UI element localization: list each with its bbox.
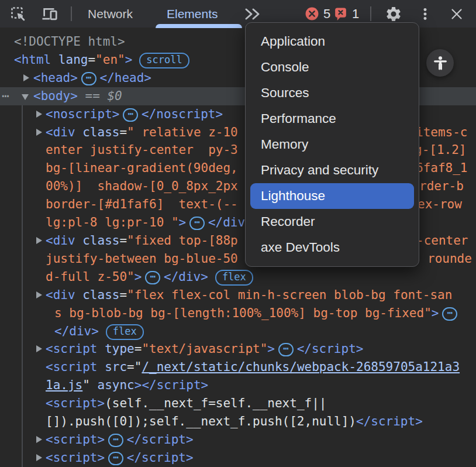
accessibility-widget-button[interactable] — [426, 49, 454, 77]
menu-item-console[interactable]: Console — [250, 54, 414, 80]
code-text: > — [125, 53, 133, 67]
close-devtools-button[interactable] — [446, 3, 468, 25]
code-text: src — [98, 360, 127, 374]
code-text: (self.__next_f=self.__next_f|| — [105, 396, 326, 410]
code-text: > — [98, 396, 105, 410]
dom-node-line[interactable]: d-full z-50">⋯</div>flex — [0, 268, 476, 286]
code-text-run: <html lang="en">scroll — [14, 51, 189, 69]
script-src-link[interactable]: /_next/static/chunks/webpack-26859705a12… — [142, 360, 460, 374]
code-text: justify-between bg-blue-50 — [46, 252, 238, 266]
code-text: == — [78, 89, 108, 103]
tab-elements[interactable]: Elements — [167, 0, 218, 28]
expand-arrow-icon[interactable] — [36, 129, 42, 136]
device-toolbar-icon — [41, 5, 58, 23]
tab-elements-label: Elements — [167, 7, 218, 20]
code-text: = — [88, 53, 95, 67]
more-options-button[interactable] — [414, 3, 436, 25]
dom-node-line[interactable]: <script>(self.__next_f=self.__next_f|| — [0, 394, 476, 413]
expand-ellipsis-button[interactable]: ⋯ — [278, 343, 294, 356]
dom-node-line[interactable]: <script src="/_next/static/chunks/webpac… — [0, 358, 476, 376]
expand-ellipsis-button[interactable]: ⋯ — [108, 434, 123, 447]
flex-badge[interactable]: flex — [106, 324, 144, 340]
dom-node-line[interactable]: []).push([0]);self.__next_f.push([2,null… — [0, 413, 476, 431]
dom-node-line[interactable]: <script>⋯</script> — [0, 449, 476, 467]
code-text: ex-row — [418, 197, 462, 211]
code-text: = — [119, 288, 127, 302]
code-text-run: 1a.js" async></script> — [46, 376, 208, 394]
code-text-run: <body> == $0 — [33, 87, 122, 105]
code-text: lang — [51, 53, 88, 67]
issue-count: 1 — [352, 6, 359, 22]
menu-item-application[interactable]: Application — [250, 29, 414, 54]
dom-node-line[interactable]: s bg-blob-bg bg-[length:100%_100%] bg-to… — [0, 304, 476, 322]
code-text-run: <script>⋯</script> — [46, 431, 194, 449]
code-text-run: bg-[linear-gradient(90deg, — [46, 159, 238, 177]
dom-node-line[interactable]: <script type="text/javascript">⋯</script… — [0, 340, 476, 358]
code-text: class — [75, 288, 120, 302]
code-text: bg-[linear-gradient(90deg, — [46, 161, 238, 175]
code-text-run: <script>(self.__next_f=self.__next_f|| — [46, 394, 326, 413]
inspect-element-button[interactable] — [7, 3, 29, 25]
menu-item-memory[interactable]: Memory — [250, 132, 414, 157]
code-text: g-[1.2] — [415, 143, 467, 157]
code-text: rder-b — [419, 179, 464, 193]
panel-menu: ApplicationConsoleSourcesPerformanceMemo… — [245, 22, 419, 267]
code-text-run: s bg-blob-bg bg-[length:100%_100%] bg-to… — [54, 304, 461, 322]
flex-badge[interactable]: flex — [215, 270, 253, 286]
code-text-run: <script type="text/javascript">⋯</script… — [46, 340, 363, 358]
menu-item-privacy-and-security[interactable]: Privacy and security — [250, 157, 414, 183]
code-text: class — [75, 125, 120, 139]
toolbar-divider — [370, 6, 371, 21]
menu-item-performance[interactable]: Performance — [250, 106, 414, 132]
scroll-badge[interactable]: scroll — [139, 53, 189, 68]
code-text: d-full z-50" — [46, 270, 134, 284]
code-text: </script> — [127, 451, 194, 465]
node-options-icon[interactable]: ⋯ — [2, 87, 10, 105]
code-text: = — [119, 234, 127, 248]
code-text-run: <div class=" relative z-10 — [46, 123, 238, 142]
expand-arrow-icon[interactable] — [36, 237, 42, 244]
expand-arrow-icon[interactable] — [36, 111, 42, 118]
code-text: > — [179, 215, 187, 229]
expand-ellipsis-button[interactable]: ⋯ — [108, 452, 123, 465]
code-text-run: <noscript>⋯</noscript> — [46, 105, 223, 123]
code-text-run: []).push([0]);self.__next_f.push([2,null… — [46, 413, 423, 431]
dom-node-line[interactable]: </div>flex — [0, 322, 476, 341]
code-text: <noscript> — [46, 107, 119, 121]
expand-ellipsis-button[interactable]: ⋯ — [442, 307, 457, 321]
code-text: "text/javascript" — [142, 342, 267, 356]
expand-ellipsis-button[interactable]: ⋯ — [81, 72, 96, 85]
expand-ellipsis-button[interactable]: ⋯ — [189, 217, 205, 230]
menu-item-sources[interactable]: Sources — [250, 80, 414, 106]
code-text-continuation: -center — [416, 232, 468, 250]
device-toolbar-button[interactable] — [39, 3, 61, 25]
menu-item-lighthouse[interactable]: Lighthouse — [250, 183, 414, 209]
code-text: "flex flex-col min-h-screen blob-bg font… — [127, 288, 452, 302]
code-text: <div — [46, 125, 75, 139]
script-src-link[interactable]: 1a.js — [46, 378, 82, 392]
expand-ellipsis-button[interactable]: ⋯ — [123, 108, 138, 122]
collapse-arrow-icon[interactable] — [22, 94, 29, 100]
code-text: <script> — [46, 432, 105, 447]
dom-node-line[interactable]: 1a.js" async></script> — [0, 376, 476, 394]
code-text: <script — [46, 396, 98, 410]
menu-item-axe-devtools[interactable]: axe DevTools — [250, 235, 414, 260]
expand-arrow-icon[interactable] — [36, 436, 42, 443]
expand-arrow-icon[interactable] — [36, 345, 42, 352]
tab-network[interactable]: Network — [88, 0, 133, 28]
dom-node-line[interactable]: <script>⋯</script> — [0, 431, 476, 449]
code-text: = — [119, 125, 127, 139]
code-text-run: </div>flex — [54, 322, 144, 341]
code-text-continuation: rder-b — [419, 177, 464, 195]
code-text: =" — [127, 360, 142, 374]
dom-node-line[interactable]: <div class="flex flex-col min-h-screen b… — [0, 286, 476, 304]
expand-arrow-icon[interactable] — [36, 454, 42, 461]
expand-ellipsis-button[interactable]: ⋯ — [145, 271, 160, 284]
inspect-icon — [10, 6, 26, 22]
expand-arrow-icon[interactable] — [23, 74, 29, 81]
expand-arrow-icon[interactable] — [36, 291, 42, 298]
menu-item-recorder[interactable]: Recorder — [250, 209, 414, 235]
tab-network-label: Network — [88, 7, 133, 20]
error-count: 5 — [323, 6, 330, 22]
code-text-run: border-[#d1faf6] text-(-- — [46, 195, 238, 214]
